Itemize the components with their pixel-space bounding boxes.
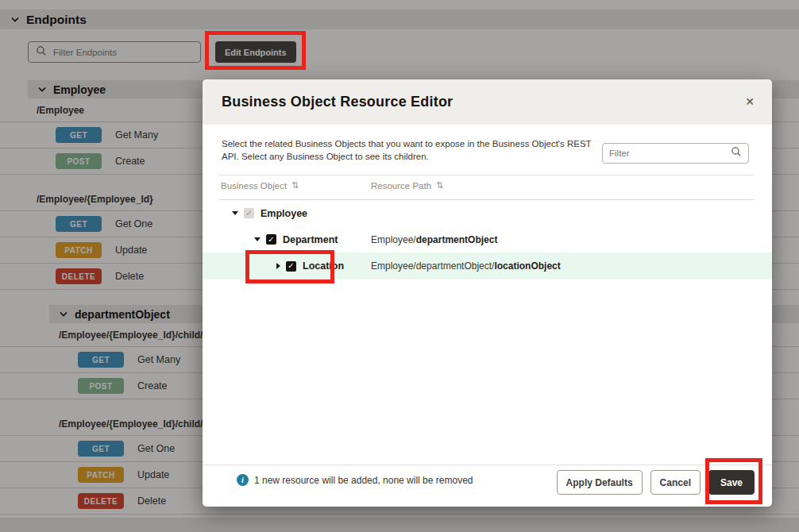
info-icon: i [237,474,249,486]
apply-defaults-button[interactable]: Apply Defaults [557,470,643,495]
checkbox-employee: ✓ [244,208,254,218]
column-label: Business Object [221,181,287,191]
business-object-resource-editor-dialog: Business Object Resource Editor ✕ Select… [203,79,772,507]
resource-path-cell: Employee/departmentObject [371,234,497,245]
resource-path-name: departmentObject [416,234,498,245]
close-icon[interactable]: ✕ [740,92,759,111]
annotation-box-save [705,458,762,504]
resource-path-name: locationObject [494,260,560,272]
annotation-box-edit-endpoints [205,31,306,70]
resource-path-cell: Employee/departmentObject/locationObject [371,260,561,272]
column-header-resource-path[interactable]: Resource Path ⇅ [371,180,443,191]
filter-input[interactable] [609,148,726,158]
dialog-header: Business Object Resource Editor ✕ [203,79,772,125]
caret-down-icon[interactable] [232,211,238,215]
column-header-business-object[interactable]: Business Object ⇅ [221,180,299,191]
footer-divider [203,465,772,465]
sort-icon[interactable]: ⇅ [436,180,443,191]
tree-label: Employee [261,208,307,219]
resource-path-prefix: Employee/ [371,234,416,245]
annotation-box-location [245,250,334,283]
tree-row-department[interactable]: ✓DepartmentEmployee/departmentObject [203,226,772,253]
caret-down-icon[interactable] [254,237,261,241]
divider [219,175,755,175]
sort-icon[interactable]: ⇅ [291,180,299,191]
footer-info-text: 1 new resource will be added, none will … [254,475,473,486]
tree-row-employee[interactable]: ✓Employee [203,200,772,226]
resource-path-prefix: Employee/departmentObject/ [371,260,494,272]
dialog-description: Select the related Business Objects that… [222,137,601,163]
footer-info: i 1 new resource will be added, none wil… [237,474,473,486]
checkbox-department[interactable]: ✓ [266,234,276,245]
tree-label: Department [283,234,338,245]
column-label: Resource Path [371,181,431,191]
cancel-button[interactable]: Cancel [650,470,701,495]
filter-field[interactable] [602,143,749,164]
dialog-title: Business Object Resource Editor [222,94,453,110]
search-icon [731,146,742,160]
